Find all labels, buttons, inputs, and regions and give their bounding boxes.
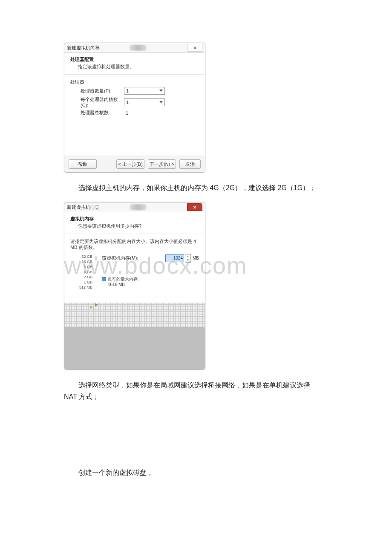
title-blur [130,45,147,51]
memory-scale[interactable]: 32 GB 16 GB 8 GB 4 GB 2 GB 1 GB 512 MB [70,254,98,290]
marker-yellow-icon [90,306,93,309]
memory-slider-track[interactable] [95,256,97,261]
dialog-titlebar[interactable]: 新建虚拟机向导 ✕ [64,43,205,53]
recommended-max-value: 1616 MB [102,282,199,287]
dialog-header: 处理器配置 指定该虚拟机处理器数量。 [64,53,205,75]
total-cores-label: 处理器总核数: [81,110,124,116]
marker-green-icon [95,303,98,306]
close-button[interactable]: ✕ [187,44,202,52]
dialog-title: 新建虚拟机向导 [67,45,100,51]
memory-field-label: 该虚拟机内存(M): [102,255,165,261]
next-button[interactable]: 下一步(N) > [148,159,176,169]
scale-tick: 512 MB [70,285,92,290]
scale-tick: 32 GB [70,254,92,259]
help-button[interactable]: 帮助 [69,159,97,169]
cores-per-processor-dropdown[interactable]: 1 [124,98,165,106]
header-subtitle: 你想要该虚拟机使用多少内存? [70,223,199,229]
dialog-button-bar: 帮助 < 上一步(B) 下一步(N) > 取消 [64,156,205,172]
scale-tick: 16 GB [70,259,92,264]
recommended-max-label: 推荐的最大内存: [102,276,199,282]
paragraph-create-disk: 创建一个新的虚拟磁盘， [64,467,328,478]
header-subtitle: 指定该虚拟机处理器数量。 [70,64,199,70]
total-cores-value: 1 [124,110,128,116]
dialog-title: 新建虚拟机向导 [67,204,100,211]
obscured-gray-area [64,327,205,370]
title-blur [130,204,147,210]
cancel-button[interactable]: 取消 [179,159,201,169]
dialog-titlebar[interactable]: 新建虚拟机向导 ✕ [64,202,205,212]
header-title: 虚拟机内存 [70,216,199,222]
cores-per-processor-label: 每个处理器内核数(C): [81,96,124,108]
vm-memory-dialog: 新建虚拟机向导 ✕ 虚拟机内存 你想要该虚拟机使用多少内存? 请指定要为该虚拟机… [64,202,205,370]
cores-per-processor-value: 1 [126,100,129,105]
close-button[interactable]: ✕ [187,203,202,211]
dialog-body: 请指定要为该虚拟机分配的内存大小。该内存大小值必须是 4 MB 的倍数。 32 … [64,234,205,302]
processor-count-value: 1 [126,88,129,93]
paragraph-memory-advice: 选择虚拟主机的内存，如果你主机的内存为 4G（2G），建议选择 2G（1G）； [64,182,328,194]
processor-count-label: 处理器数量(P): [81,88,124,94]
paragraph-network-advice-line2: NAT 方式； [64,391,328,402]
memory-note: 请指定要为该虚拟机分配的内存大小。该内存大小值必须是 4 MB 的倍数。 [70,238,199,251]
scale-tick: 2 GB [70,275,92,280]
dialog-header: 虚拟机内存 你想要该虚拟机使用多少内存? [64,212,205,234]
processor-config-dialog: 新建虚拟机向导 ✕ 处理器配置 指定该虚拟机处理器数量。 处理器 处理器数量(P… [64,43,205,173]
dialog-body: 处理器 处理器数量(P): 1 每个处理器内核数(C): 1 处理器总核数: 1 [64,75,205,156]
scale-tick: 8 GB [70,264,92,269]
scale-tick: 1 GB [70,280,92,285]
back-button[interactable]: < 上一步(B) [116,159,144,169]
memory-value-input[interactable]: 1024 [165,254,184,262]
obscured-hatch-area [64,303,205,327]
memory-unit: MB [193,256,199,260]
recommended-max-text: 推荐的最大内存: [108,277,139,281]
header-title: 处理器配置 [70,56,199,63]
scale-tick: 4 GB [70,269,92,275]
processor-count-dropdown[interactable]: 1 [124,87,165,95]
memory-spinner[interactable]: ▲▼ [185,254,191,263]
processor-group-label: 处理器 [70,79,199,85]
legend-square-icon [102,277,106,281]
paragraph-network-advice-line1: 选择网络类型，如果你是在局域网建议选择桥接网络，如果是在单机建议选择 [64,379,328,391]
